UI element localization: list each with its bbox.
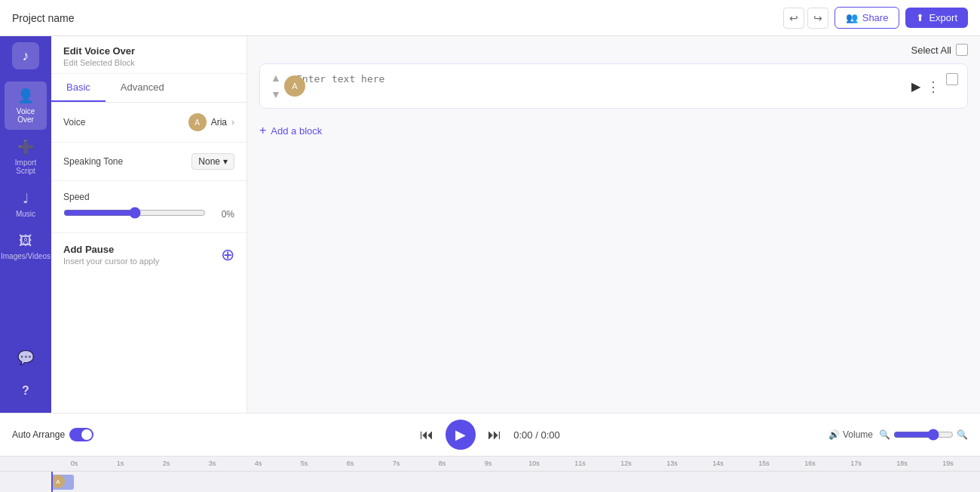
- sidebar-item-voice-over[interactable]: 👤 Voice Over: [5, 81, 47, 130]
- timeline-tick: 11s: [557, 460, 603, 467]
- share-icon: 👥: [846, 12, 858, 23]
- add-pause-button[interactable]: ⊕: [221, 247, 234, 263]
- timeline-ruler: 0s1s2s3s4s5s6s7s8s9s10s11s12s13s14s15s16…: [0, 457, 980, 472]
- timeline-tick: 14s: [695, 460, 741, 467]
- header-title-area: Project name: [12, 12, 783, 24]
- time-current: 0:00: [513, 429, 532, 441]
- timeline-tick: 4s: [235, 460, 281, 467]
- volume-slider[interactable]: [893, 429, 954, 441]
- main-area: ♪ 👤 Voice Over ➕ Import Script ♩ Music 🖼…: [0, 36, 980, 413]
- import-script-icon: ➕: [17, 139, 34, 155]
- timeline-tick: 12s: [603, 460, 649, 467]
- add-pause-title: Add Pause: [63, 244, 159, 255]
- block-text-input[interactable]: [296, 73, 937, 96]
- sidebar-item-images-videos[interactable]: 🖼 Images/Videos: [5, 227, 47, 266]
- sidebar-item-label: Music: [16, 210, 35, 218]
- skip-forward-icon: ⏭: [488, 427, 501, 443]
- music-icon: ♩: [23, 190, 29, 207]
- playhead: [51, 472, 53, 492]
- content-toolbar: Select All: [247, 36, 980, 63]
- timeline-tick: 8s: [419, 460, 465, 467]
- block-more-button[interactable]: ⋮: [926, 79, 940, 93]
- blocks-container: ▲ ▼ A ▶ ⋮ + Add a block: [247, 63, 980, 413]
- block-play-button[interactable]: ▶: [911, 79, 920, 94]
- voice-avatar-initials: A: [194, 118, 200, 127]
- skip-back-icon: ⏮: [420, 427, 433, 443]
- sidebar-item-music[interactable]: ♩ Music: [5, 184, 47, 224]
- timeline-tick: 0s: [51, 460, 97, 467]
- sidebar-item-label: Voice Over: [8, 107, 44, 124]
- speaking-tone-value: None: [198, 156, 220, 167]
- sidebar-item-label: Import Script: [8, 158, 44, 175]
- bottom-player: Auto Arrange ⏮ ▶ ⏭ 0:00 / 0:00 🔊: [0, 413, 980, 492]
- sidebar-item-help[interactable]: ?: [5, 378, 47, 404]
- images-videos-icon: 🖼: [19, 233, 32, 249]
- share-button[interactable]: 👥 Share: [835, 7, 900, 29]
- export-label: Export: [929, 12, 957, 23]
- time-display: 0:00 / 0:00: [513, 429, 559, 441]
- select-all[interactable]: Select All: [911, 44, 968, 56]
- auto-arrange-label: Auto Arrange: [12, 429, 65, 440]
- voice-selector[interactable]: A Aria ›: [188, 113, 234, 131]
- voice-block: ▲ ▼ A ▶ ⋮: [259, 63, 968, 109]
- speaking-tone-select[interactable]: None ▾: [191, 153, 234, 170]
- add-pause-text: Add Pause Insert your cursor to apply: [63, 244, 159, 266]
- timeline: 0s1s2s3s4s5s6s7s8s9s10s11s12s13s14s15s16…: [0, 456, 980, 492]
- speed-value: 0%: [213, 209, 234, 220]
- sidebar-bottom: 💬 ?: [5, 343, 47, 413]
- sidebar-item-chat[interactable]: 💬: [5, 343, 47, 372]
- block-up-arrow[interactable]: ▲: [271, 72, 281, 84]
- panel-subtitle: Edit Selected Block: [63, 58, 234, 67]
- zoom-in-icon: 🔍: [957, 429, 968, 440]
- select-all-checkbox[interactable]: [956, 44, 968, 56]
- timeline-tick: 3s: [189, 460, 235, 467]
- add-pause-subtitle: Insert your cursor to apply: [63, 257, 159, 266]
- timeline-tick: 10s: [511, 460, 557, 467]
- undo-button[interactable]: ↩: [783, 8, 804, 29]
- header-actions: ↩ ↪ 👥 Share ⬆ Export: [783, 7, 968, 29]
- add-pause-section: Add Pause Insert your cursor to apply ⊕: [51, 233, 247, 276]
- timeline-tick: 15s: [741, 460, 787, 467]
- auto-arrange-area: Auto Arrange: [12, 428, 93, 441]
- speaking-tone-label: Speaking Tone: [63, 156, 123, 167]
- left-panel: Edit Voice Over Edit Selected Block Basi…: [51, 36, 247, 413]
- voice-row: Voice A Aria ›: [63, 113, 234, 131]
- export-button[interactable]: ⬆ Export: [905, 8, 968, 28]
- left-panel-header: Edit Voice Over Edit Selected Block: [51, 36, 247, 74]
- block-checkbox[interactable]: [946, 73, 958, 85]
- speed-label-row: Speed: [63, 192, 234, 202]
- timeline-tick: 17s: [833, 460, 879, 467]
- block-avatar-initials: A: [292, 81, 297, 91]
- timeline-tick: 20s: [971, 460, 980, 467]
- icon-sidebar: ♪ 👤 Voice Over ➕ Import Script ♩ Music 🖼…: [0, 36, 51, 413]
- player-center: ⏮ ▶ ⏭ 0:00 / 0:00: [172, 420, 808, 450]
- skip-forward-button[interactable]: ⏭: [488, 427, 501, 443]
- sidebar-item-import-script[interactable]: ➕ Import Script: [5, 133, 47, 181]
- play-pause-button[interactable]: ▶: [446, 420, 476, 450]
- redo-button[interactable]: ↪: [807, 8, 828, 29]
- speed-label: Speed: [63, 192, 90, 202]
- block-down-arrow[interactable]: ▼: [271, 88, 281, 100]
- skip-back-button[interactable]: ⏮: [420, 427, 433, 443]
- add-block-label: Add a block: [271, 125, 322, 137]
- select-all-label: Select All: [911, 45, 951, 56]
- tab-basic[interactable]: Basic: [51, 74, 106, 102]
- auto-arrange-toggle[interactable]: [69, 428, 93, 441]
- timeline-tick: 13s: [649, 460, 695, 467]
- timeline-tick: 9s: [465, 460, 511, 467]
- timeline-block: A: [51, 475, 74, 490]
- content-area: Select All ▲ ▼ A ▶ ⋮ +: [247, 36, 980, 413]
- tabs: Basic Advanced: [51, 74, 247, 103]
- voice-label: Voice: [63, 117, 85, 128]
- speaking-tone-row: Speaking Tone None ▾: [63, 153, 234, 170]
- speed-slider-wrap: [63, 207, 206, 222]
- timeline-tick: 7s: [373, 460, 419, 467]
- add-block-button[interactable]: + Add a block: [259, 118, 968, 143]
- speed-slider[interactable]: [63, 207, 206, 219]
- block-actions: ▶ ⋮: [911, 79, 940, 94]
- tab-advanced[interactable]: Advanced: [106, 74, 179, 102]
- help-icon: ?: [22, 384, 29, 398]
- volume-label: Volume: [843, 429, 873, 440]
- timeline-tick: 18s: [879, 460, 925, 467]
- volume-icon: 🔊: [828, 429, 840, 440]
